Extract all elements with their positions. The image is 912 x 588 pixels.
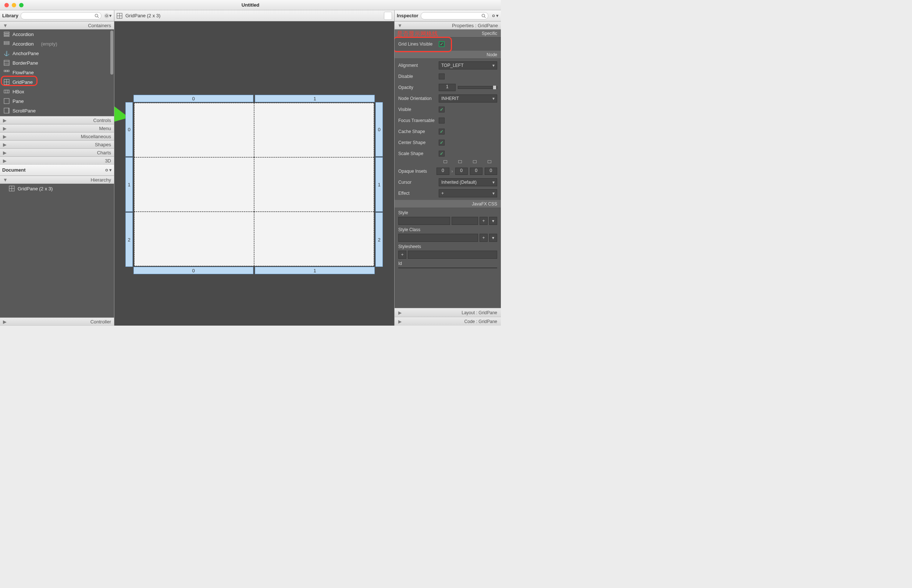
- left-column: Library ▾ ▼ Containers Accordion: [0, 10, 114, 326]
- document-section-hierarchy[interactable]: ▼Hierarchy: [0, 176, 114, 184]
- gridpane-design-node[interactable]: 0 1 0 1 2: [125, 95, 383, 274]
- library-search-input[interactable]: [21, 12, 102, 19]
- hierarchy-root-item[interactable]: GridPane (2 x 3): [0, 184, 114, 193]
- library-item-accordion-empty[interactable]: Accordion (empty): [0, 39, 114, 48]
- style-add-button[interactable]: +: [479, 217, 488, 225]
- library-section-shapes[interactable]: ▶Shapes: [0, 141, 114, 149]
- library-section-misc[interactable]: ▶Miscellaneous: [0, 132, 114, 141]
- document-section-controller[interactable]: ▶Controller: [0, 318, 114, 326]
- svg-rect-9: [4, 60, 9, 65]
- style-class-input[interactable]: [398, 234, 478, 242]
- zoom-window-button[interactable]: [19, 3, 24, 7]
- opaque-insets-right[interactable]: 0: [455, 168, 468, 175]
- inspector-section-properties[interactable]: ▼Properties : GridPane: [395, 21, 501, 29]
- opaque-insets-top[interactable]: 0: [436, 168, 449, 175]
- effect-select[interactable]: +: [439, 189, 497, 197]
- focus-traversable-checkbox[interactable]: [439, 118, 445, 123]
- minimize-window-button[interactable]: [12, 3, 16, 7]
- flowpane-icon: [4, 69, 10, 75]
- grid-row-header-1-left[interactable]: 1: [125, 157, 133, 212]
- svg-point-34: [492, 15, 494, 16]
- svg-point-2: [105, 15, 107, 16]
- grid-cell-2-1[interactable]: [254, 212, 374, 266]
- disable-checkbox[interactable]: [439, 73, 445, 79]
- grid-col-header-1-bottom[interactable]: 1: [255, 267, 375, 274]
- library-item-anchorpane[interactable]: ⚓ AnchorPane: [0, 48, 114, 58]
- id-input[interactable]: [398, 268, 497, 268]
- library-containers-list: Accordion Accordion (empty) ⚓ AnchorPane…: [0, 29, 114, 116]
- opacity-slider[interactable]: [458, 86, 497, 89]
- inspector-section-code[interactable]: ▶Code : GridPane: [395, 317, 501, 326]
- grid-row-header-0-right[interactable]: 0: [376, 102, 383, 157]
- window-titlebar: Untitled: [0, 0, 501, 10]
- style-value-input[interactable]: [452, 217, 478, 225]
- grid-lines-visible-checkbox[interactable]: ✓: [439, 41, 445, 47]
- grid-cell-2-0[interactable]: [134, 212, 254, 266]
- cache-shape-checkbox[interactable]: ✓: [439, 129, 445, 134]
- library-section-charts[interactable]: ▶Charts: [0, 149, 114, 157]
- node-orientation-select[interactable]: INHERIT: [439, 94, 497, 103]
- grid-cell-1-1[interactable]: [254, 157, 374, 212]
- gridpane-icon: [9, 186, 15, 191]
- library-section-containers[interactable]: ▼ Containers: [0, 21, 114, 29]
- library-item-hbox[interactable]: HBox: [0, 87, 114, 96]
- breadcrumb-label[interactable]: GridPane (2 x 3): [125, 13, 160, 18]
- library-section-menu[interactable]: ▶Menu: [0, 124, 114, 132]
- grid-col-header-0-top[interactable]: 0: [133, 95, 253, 102]
- opacity-input[interactable]: 1: [439, 84, 456, 91]
- hbox-icon: [4, 89, 10, 94]
- visible-checkbox[interactable]: ✓: [439, 107, 445, 113]
- library-item-borderpane[interactable]: BorderPane: [0, 58, 114, 68]
- center-shape-checkbox[interactable]: ✓: [439, 140, 445, 145]
- prop-group-node: Node: [395, 51, 501, 59]
- grid-row-header-1-right[interactable]: 1: [376, 157, 383, 212]
- inspector-search-input[interactable]: [421, 12, 488, 19]
- design-canvas[interactable]: 0 1 0 1 2: [114, 21, 394, 326]
- grid-col-header-1-top[interactable]: 1: [255, 95, 375, 102]
- svg-rect-21: [4, 99, 9, 103]
- style-class-menu-button[interactable]: ▾: [489, 234, 497, 242]
- library-item-gridpane[interactable]: GridPane: [0, 77, 114, 87]
- library-item-scrollpane[interactable]: ScrollPane: [0, 106, 114, 115]
- grid-col-header-0-bottom[interactable]: 0: [133, 267, 253, 274]
- library-section-3d[interactable]: ▶3D: [0, 157, 114, 165]
- grid-cell-0-1[interactable]: [254, 103, 374, 157]
- search-icon: [481, 14, 486, 18]
- svg-point-3: [104, 14, 109, 18]
- borderpane-icon: [4, 60, 10, 66]
- stylesheets-add-button[interactable]: +: [398, 250, 407, 259]
- grid-row-header-2-left[interactable]: 2: [125, 212, 133, 267]
- search-icon: [94, 14, 99, 18]
- gridpane-icon: [117, 13, 123, 19]
- chevron-down-icon: ▼: [3, 177, 8, 183]
- inspector-menu-button[interactable]: ▾: [491, 12, 499, 19]
- style-menu-button[interactable]: ▾: [489, 217, 497, 225]
- grid-row-header-0-left[interactable]: 0: [125, 102, 133, 157]
- scrollpane-icon: [4, 108, 10, 113]
- close-window-button[interactable]: [5, 3, 9, 7]
- library-item-flowpane[interactable]: FlowPane: [0, 68, 114, 77]
- alignment-select[interactable]: TOP_LEFT: [439, 61, 497, 69]
- style-key-input[interactable]: [398, 217, 450, 225]
- library-item-pane[interactable]: Pane: [0, 96, 114, 106]
- library-item-accordion[interactable]: Accordion: [0, 29, 114, 39]
- library-section-controls[interactable]: ▶Controls: [0, 116, 114, 124]
- inspector-header: Inspector ▾: [395, 10, 501, 21]
- scale-shape-checkbox[interactable]: ✓: [439, 151, 445, 157]
- inspector-column: Inspector ▾ ▼Properties : GridPane 是否显示网…: [394, 10, 501, 326]
- gridpane-icon: [4, 79, 10, 85]
- library-scrollbar[interactable]: [110, 31, 113, 74]
- css-analyser-button[interactable]: [384, 12, 392, 20]
- grid-cell-1-0[interactable]: [134, 157, 254, 212]
- document-menu-button[interactable]: ▾: [104, 166, 112, 174]
- opaque-insets-bottom[interactable]: 0: [470, 168, 483, 175]
- style-class-add-button[interactable]: +: [479, 234, 488, 242]
- library-menu-button[interactable]: ▾: [104, 12, 112, 19]
- inspector-section-layout[interactable]: ▶Layout : GridPane: [395, 308, 501, 317]
- cursor-select[interactable]: Inherited (Default): [439, 178, 497, 186]
- stylesheets-input[interactable]: [408, 250, 497, 259]
- opaque-insets-left[interactable]: 0: [485, 168, 497, 175]
- grid-cell-0-0[interactable]: [134, 103, 254, 157]
- svg-line-33: [484, 16, 485, 18]
- grid-row-header-2-right[interactable]: 2: [376, 212, 383, 267]
